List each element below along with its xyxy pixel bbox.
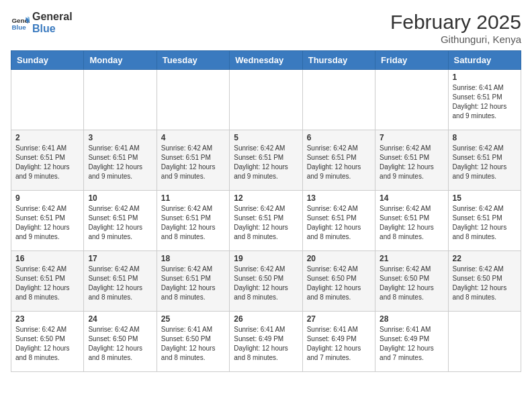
day-info: Sunrise: 6:42 AM Sunset: 6:51 PM Dayligh…: [234, 144, 298, 181]
weekday-header-saturday: Saturday: [448, 51, 521, 70]
day-info: Sunrise: 6:42 AM Sunset: 6:50 PM Dayligh…: [15, 325, 79, 363]
week-row-2: 2Sunrise: 6:41 AM Sunset: 6:51 PM Daylig…: [11, 130, 521, 191]
day-info: Sunrise: 6:42 AM Sunset: 6:51 PM Dayligh…: [161, 204, 225, 242]
day-info: Sunrise: 6:42 AM Sunset: 6:51 PM Dayligh…: [15, 265, 79, 302]
day-number: 13: [307, 193, 371, 203]
day-number: 4: [161, 133, 225, 142]
weekday-header-monday: Monday: [84, 51, 157, 70]
calendar-table: SundayMondayTuesdayWednesdayThursdayFrid…: [11, 50, 521, 372]
logo: General Blue General Blue: [11, 11, 73, 34]
day-number: 19: [234, 254, 298, 263]
day-info: Sunrise: 6:41 AM Sunset: 6:51 PM Dayligh…: [453, 83, 517, 121]
calendar-cell: 8Sunrise: 6:42 AM Sunset: 6:51 PM Daylig…: [448, 130, 521, 191]
day-info: Sunrise: 6:41 AM Sunset: 6:51 PM Dayligh…: [88, 144, 152, 181]
day-number: 5: [234, 133, 298, 142]
calendar-cell: [157, 70, 229, 130]
day-number: 24: [88, 314, 152, 324]
svg-text:Blue: Blue: [11, 23, 26, 30]
calendar-cell: 25Sunrise: 6:41 AM Sunset: 6:50 PM Dayli…: [157, 312, 229, 372]
calendar-cell: 14Sunrise: 6:42 AM Sunset: 6:51 PM Dayli…: [375, 191, 448, 251]
day-info: Sunrise: 6:41 AM Sunset: 6:51 PM Dayligh…: [15, 144, 79, 181]
weekday-header-tuesday: Tuesday: [157, 51, 229, 70]
calendar-cell: 15Sunrise: 6:42 AM Sunset: 6:51 PM Dayli…: [448, 191, 521, 251]
week-row-5: 23Sunrise: 6:42 AM Sunset: 6:50 PM Dayli…: [11, 312, 521, 372]
calendar-cell: [375, 70, 448, 130]
calendar-cell: 11Sunrise: 6:42 AM Sunset: 6:51 PM Dayli…: [157, 191, 229, 251]
day-info: Sunrise: 6:41 AM Sunset: 6:49 PM Dayligh…: [234, 325, 298, 363]
week-row-1: 1Sunrise: 6:41 AM Sunset: 6:51 PM Daylig…: [11, 70, 521, 130]
calendar-cell: 5Sunrise: 6:42 AM Sunset: 6:51 PM Daylig…: [230, 130, 302, 191]
day-info: Sunrise: 6:42 AM Sunset: 6:50 PM Dayligh…: [453, 265, 517, 302]
day-info: Sunrise: 6:42 AM Sunset: 6:50 PM Dayligh…: [307, 265, 371, 302]
day-number: 6: [307, 133, 371, 142]
calendar-cell: 23Sunrise: 6:42 AM Sunset: 6:50 PM Dayli…: [11, 312, 84, 372]
weekday-header-wednesday: Wednesday: [230, 51, 302, 70]
day-info: Sunrise: 6:42 AM Sunset: 6:51 PM Dayligh…: [88, 265, 152, 302]
day-number: 14: [380, 193, 443, 203]
calendar-cell: [302, 70, 375, 130]
calendar-cell: 13Sunrise: 6:42 AM Sunset: 6:51 PM Dayli…: [302, 191, 375, 251]
day-number: 16: [15, 254, 79, 263]
calendar-cell: [230, 70, 302, 130]
weekday-header-sunday: Sunday: [11, 51, 84, 70]
day-info: Sunrise: 6:42 AM Sunset: 6:51 PM Dayligh…: [161, 144, 225, 181]
calendar-cell: 9Sunrise: 6:42 AM Sunset: 6:51 PM Daylig…: [11, 191, 84, 251]
calendar-cell: 6Sunrise: 6:42 AM Sunset: 6:51 PM Daylig…: [302, 130, 375, 191]
day-number: 15: [453, 193, 517, 203]
calendar-cell: 7Sunrise: 6:42 AM Sunset: 6:51 PM Daylig…: [375, 130, 448, 191]
day-info: Sunrise: 6:42 AM Sunset: 6:51 PM Dayligh…: [15, 204, 79, 242]
calendar-cell: 16Sunrise: 6:42 AM Sunset: 6:51 PM Dayli…: [11, 251, 84, 312]
calendar-cell: 18Sunrise: 6:42 AM Sunset: 6:51 PM Dayli…: [157, 251, 229, 312]
calendar-cell: [84, 70, 157, 130]
day-number: 17: [88, 254, 152, 263]
day-number: 28: [380, 314, 443, 324]
calendar-cell: [11, 70, 84, 130]
calendar-cell: 27Sunrise: 6:41 AM Sunset: 6:49 PM Dayli…: [302, 312, 375, 372]
logo-icon: General Blue: [11, 13, 30, 32]
calendar-cell: [448, 312, 521, 372]
day-number: 2: [15, 133, 79, 142]
title-block: February 2025 Githunguri, Kenya: [390, 11, 521, 45]
logo-blue: Blue: [32, 23, 73, 35]
calendar-cell: 24Sunrise: 6:42 AM Sunset: 6:50 PM Dayli…: [84, 312, 157, 372]
day-info: Sunrise: 6:42 AM Sunset: 6:51 PM Dayligh…: [453, 204, 517, 242]
calendar-cell: 2Sunrise: 6:41 AM Sunset: 6:51 PM Daylig…: [11, 130, 84, 191]
day-info: Sunrise: 6:41 AM Sunset: 6:49 PM Dayligh…: [380, 325, 443, 363]
day-number: 7: [380, 133, 443, 142]
day-number: 23: [15, 314, 79, 324]
day-info: Sunrise: 6:42 AM Sunset: 6:51 PM Dayligh…: [380, 144, 443, 181]
calendar-cell: 10Sunrise: 6:42 AM Sunset: 6:51 PM Dayli…: [84, 191, 157, 251]
day-info: Sunrise: 6:42 AM Sunset: 6:51 PM Dayligh…: [307, 204, 371, 242]
day-info: Sunrise: 6:41 AM Sunset: 6:50 PM Dayligh…: [161, 325, 225, 363]
day-number: 20: [307, 254, 371, 263]
page-header: General Blue General Blue February 2025 …: [11, 11, 521, 45]
week-row-3: 9Sunrise: 6:42 AM Sunset: 6:51 PM Daylig…: [11, 191, 521, 251]
day-number: 10: [88, 193, 152, 203]
day-number: 8: [453, 133, 517, 142]
day-number: 3: [88, 133, 152, 142]
day-info: Sunrise: 6:42 AM Sunset: 6:51 PM Dayligh…: [161, 265, 225, 302]
calendar-cell: 21Sunrise: 6:42 AM Sunset: 6:50 PM Dayli…: [375, 251, 448, 312]
day-number: 1: [453, 73, 517, 82]
calendar-cell: 22Sunrise: 6:42 AM Sunset: 6:50 PM Dayli…: [448, 251, 521, 312]
day-info: Sunrise: 6:42 AM Sunset: 6:51 PM Dayligh…: [453, 144, 517, 181]
weekday-header-row: SundayMondayTuesdayWednesdayThursdayFrid…: [11, 51, 521, 70]
day-number: 18: [161, 254, 225, 263]
day-info: Sunrise: 6:41 AM Sunset: 6:49 PM Dayligh…: [307, 325, 371, 363]
calendar-cell: 20Sunrise: 6:42 AM Sunset: 6:50 PM Dayli…: [302, 251, 375, 312]
day-number: 12: [234, 193, 298, 203]
calendar-cell: 3Sunrise: 6:41 AM Sunset: 6:51 PM Daylig…: [84, 130, 157, 191]
weekday-header-friday: Friday: [375, 51, 448, 70]
day-number: 26: [234, 314, 298, 324]
location-subtitle: Githunguri, Kenya: [390, 34, 521, 45]
calendar-cell: 28Sunrise: 6:41 AM Sunset: 6:49 PM Dayli…: [375, 312, 448, 372]
calendar-cell: 17Sunrise: 6:42 AM Sunset: 6:51 PM Dayli…: [84, 251, 157, 312]
day-number: 11: [161, 193, 225, 203]
month-title: February 2025: [390, 11, 521, 34]
day-number: 22: [453, 254, 517, 263]
day-info: Sunrise: 6:42 AM Sunset: 6:50 PM Dayligh…: [380, 265, 443, 302]
day-info: Sunrise: 6:42 AM Sunset: 6:51 PM Dayligh…: [380, 204, 443, 242]
calendar-cell: 12Sunrise: 6:42 AM Sunset: 6:51 PM Dayli…: [230, 191, 302, 251]
day-number: 9: [15, 193, 79, 203]
day-number: 21: [380, 254, 443, 263]
